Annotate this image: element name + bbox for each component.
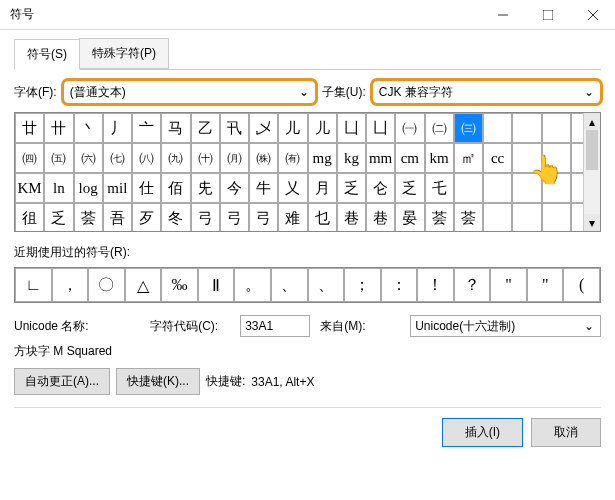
symbol-cell[interactable]: ㈦ — [103, 143, 132, 173]
symbol-cell[interactable]: 晏 — [395, 203, 424, 232]
recent-cell[interactable]: 。 — [234, 268, 271, 302]
symbol-cell[interactable]: 吾 — [103, 203, 132, 232]
tab-special[interactable]: 特殊字符(P) — [79, 38, 169, 69]
symbol-cell[interactable]: 歹 — [132, 203, 161, 232]
symbol-cell[interactable]: 弓 — [191, 203, 220, 232]
symbol-cell[interactable]: 廿 — [15, 113, 44, 143]
symbol-cell[interactable]: 乇 — [425, 173, 454, 203]
recent-cell[interactable]: ； — [344, 268, 381, 302]
scroll-down-icon[interactable]: ▾ — [584, 214, 600, 231]
symbol-cell[interactable]: ㈧ — [132, 143, 161, 173]
symbol-cell[interactable]: 乄 — [249, 113, 278, 143]
symbol-cell[interactable]: 月 — [308, 173, 337, 203]
shortcut-button[interactable]: 快捷键(K)... — [116, 368, 200, 395]
recent-cell[interactable]: 、 — [308, 268, 345, 302]
symbol-cell[interactable]: 仕 — [132, 173, 161, 203]
symbol-cell[interactable] — [512, 173, 541, 203]
symbol-cell[interactable] — [483, 173, 512, 203]
symbol-cell[interactable]: 马 — [161, 113, 190, 143]
symbol-cell[interactable]: mg — [308, 143, 337, 173]
recent-cell[interactable]: ‰ — [161, 268, 198, 302]
symbol-cell[interactable] — [542, 143, 571, 173]
symbol-cell[interactable]: 荟 — [74, 203, 103, 232]
symbol-cell[interactable]: ㈪ — [220, 143, 249, 173]
symbol-cell[interactable]: 儿 — [308, 113, 337, 143]
symbol-cell[interactable]: 凵 — [337, 113, 366, 143]
symbol-cell[interactable]: 牛 — [249, 173, 278, 203]
recent-cell[interactable]: ： — [381, 268, 418, 302]
symbol-cell[interactable] — [483, 113, 512, 143]
recent-cell[interactable]: 〇 — [88, 268, 125, 302]
insert-button[interactable]: 插入(I) — [442, 418, 523, 447]
cancel-button[interactable]: 取消 — [531, 418, 601, 447]
font-select[interactable]: (普通文本) ⌄ — [63, 80, 316, 104]
symbol-cell[interactable]: 乏 — [337, 173, 366, 203]
symbol-cell[interactable]: 徂 — [15, 203, 44, 232]
symbol-cell[interactable]: ㎡ — [454, 143, 483, 173]
scroll-up-icon[interactable]: ▴ — [584, 113, 600, 130]
subset-select[interactable]: CJK 兼容字符 ⌄ — [372, 80, 601, 104]
recent-cell[interactable]: 、 — [271, 268, 308, 302]
recent-cell[interactable]: Ⅱ — [198, 268, 235, 302]
symbol-cell[interactable]: log — [74, 173, 103, 203]
symbol-cell[interactable]: 荟 — [425, 203, 454, 232]
symbol-cell[interactable]: 冬 — [161, 203, 190, 232]
symbol-cell[interactable] — [454, 173, 483, 203]
symbol-cell[interactable]: 巷 — [366, 203, 395, 232]
symbol-cell[interactable]: 荟 — [454, 203, 483, 232]
symbol-cell[interactable]: km — [425, 143, 454, 173]
scroll-thumb[interactable] — [586, 130, 598, 170]
symbol-cell[interactable]: ㈤ — [44, 143, 73, 173]
autocorrect-button[interactable]: 自动更正(A)... — [14, 368, 110, 395]
close-button[interactable] — [570, 0, 615, 30]
symbol-cell[interactable]: ㈩ — [191, 143, 220, 173]
symbol-cell[interactable]: cc — [483, 143, 512, 173]
symbol-cell[interactable]: 卄 — [44, 113, 73, 143]
recent-cell[interactable]: " — [527, 268, 564, 302]
symbol-cell[interactable]: ㈥ — [74, 143, 103, 173]
recent-cell[interactable]: △ — [125, 268, 162, 302]
symbol-cell[interactable]: 弓 — [249, 203, 278, 232]
symbol-cell[interactable]: ㈨ — [161, 143, 190, 173]
symbol-cell[interactable]: 仑 — [366, 173, 395, 203]
symbol-cell[interactable]: mil — [103, 173, 132, 203]
symbol-cell[interactable]: ㈲ — [278, 143, 307, 173]
symbol-cell[interactable] — [542, 113, 571, 143]
symbol-cell[interactable]: KM — [15, 173, 44, 203]
symbol-cell[interactable]: 丶 — [74, 113, 103, 143]
symbol-cell[interactable]: 乙 — [191, 113, 220, 143]
symbol-cell[interactable] — [483, 203, 512, 232]
symbol-cell[interactable]: kg — [337, 143, 366, 173]
symbol-cell[interactable]: ㈢ — [454, 113, 483, 143]
symbol-cell[interactable]: 乜 — [308, 203, 337, 232]
symbol-cell[interactable]: 巷 — [337, 203, 366, 232]
symbol-cell[interactable]: 丿 — [103, 113, 132, 143]
symbol-cell[interactable]: ㈱ — [249, 143, 278, 173]
symbol-cell[interactable]: 兂 — [191, 173, 220, 203]
symbol-cell[interactable]: 乂 — [278, 173, 307, 203]
symbol-cell[interactable]: mm — [366, 143, 395, 173]
symbol-cell[interactable]: 今 — [220, 173, 249, 203]
symbol-cell[interactable]: 难 — [278, 203, 307, 232]
symbol-cell[interactable]: 儿 — [278, 113, 307, 143]
symbol-cell[interactable] — [512, 113, 541, 143]
symbol-cell[interactable] — [542, 173, 571, 203]
minimize-button[interactable] — [480, 0, 525, 30]
from-select[interactable]: Unicode(十六进制) ⌄ — [410, 315, 601, 337]
symbol-cell[interactable]: cm — [395, 143, 424, 173]
recent-cell[interactable]: ( — [563, 268, 600, 302]
recent-cell[interactable]: ∟ — [15, 268, 52, 302]
symbol-cell[interactable]: 弓 — [220, 203, 249, 232]
symbol-cell[interactable]: 卂 — [220, 113, 249, 143]
symbol-cell[interactable]: 亠 — [132, 113, 161, 143]
recent-cell[interactable]: ， — [52, 268, 89, 302]
tab-symbols[interactable]: 符号(S) — [14, 39, 80, 70]
symbol-cell[interactable] — [542, 203, 571, 232]
symbol-cell[interactable]: ㈡ — [425, 113, 454, 143]
symbol-cell[interactable]: ㈠ — [395, 113, 424, 143]
recent-cell[interactable]: " — [490, 268, 527, 302]
scrollbar[interactable]: ▴ ▾ — [583, 113, 600, 231]
symbol-cell[interactable]: 佰 — [161, 173, 190, 203]
symbol-cell[interactable]: 凵 — [366, 113, 395, 143]
char-code-input[interactable] — [240, 315, 310, 337]
